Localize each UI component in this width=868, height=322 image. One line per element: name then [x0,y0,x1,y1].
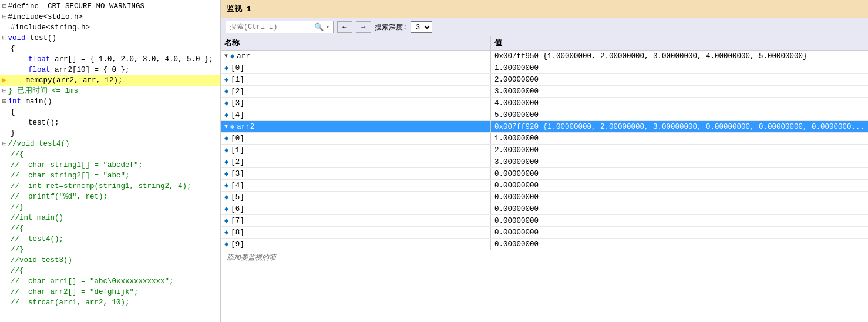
watch-row[interactable]: ◆ [3] 0.00000000 [221,168,868,180]
watch-row[interactable]: ◆ [2] 3.00000000 [221,156,868,168]
variable-icon: ◆ [224,193,228,202]
code-text: // int ret=strncmp(string1, string2, 4); [11,181,191,192]
variable-icon: ◆ [224,87,228,96]
search-input[interactable] [230,23,312,31]
add-watch-label: 添加要监视的项 [227,254,276,262]
watch-row[interactable]: ◆ [7] 0.00000000 [221,215,868,227]
code-text: // strcat(arr1, arr2, 10); [11,297,130,308]
code-text: // char string2[] = "abc"; [11,170,130,181]
watch-row-value: 3.00000000 [491,86,868,97]
variable-icon: ◆ [224,181,228,190]
expand-icon[interactable]: ⊟ [2,96,7,107]
expand-icon[interactable]: ⊟ [2,12,7,22]
watch-table-header: 名称 值 [221,36,868,51]
watch-row-name: ◆ [2] [221,156,491,167]
variable-name: [5] [231,193,244,202]
code-line: { [0,43,220,54]
variable-icon: ◆ [224,204,228,213]
code-text: test() [26,33,57,43]
expand-arrow-icon[interactable]: ▼ [224,123,228,130]
watch-row[interactable]: ◆ [1] 2.00000000 [221,74,868,86]
code-panel: ⊟ #define _CRT_SECURE_NO_WARNINGS ⊟ #inc… [0,0,221,322]
code-line: float arr[] = { 1.0, 2.0, 3.0, 4.0, 5.0 … [0,54,220,65]
watch-row[interactable]: ◆ [4] 5.00000000 [221,109,868,121]
watch-row[interactable]: ◆ [3] 4.00000000 [221,98,868,109]
code-text: float arr2[10] = { 0 }; [11,65,130,75]
watch-row-name: ▼ ◆ arr2 [221,121,491,132]
code-line: #include<string.h> [0,22,220,33]
watch-toolbar: 🔍 ▾ ← → 搜索深度: 1 2 3 4 5 [221,18,868,36]
code-text: //void test4() [8,139,70,149]
watch-row-name: ◆ [4] [221,180,491,191]
expand-icon[interactable]: ⊟ [2,33,7,43]
code-line: //int main() [0,213,220,223]
watch-row[interactable]: ◆ [8] 0.00000000 [221,227,868,239]
search-forward-button[interactable]: → [356,21,371,33]
code-line: float arr2[10] = { 0 }; [0,65,220,75]
variable-icon: ◆ [224,240,228,249]
variable-name: [2] [231,158,244,166]
code-text: int [8,96,22,107]
code-text: //{ [11,266,24,276]
watch-row[interactable]: ▼ ◆ arr 0x007ff950 {1.00000000, 2.000000… [221,51,868,62]
search-back-button[interactable]: ← [337,21,352,33]
code-line: //} [0,202,220,213]
code-line: ⊟ void test() [0,33,220,43]
watch-row[interactable]: ◆ [0] 1.00000000 [221,62,868,74]
code-text: // test4(); [11,234,63,244]
watch-row-name: ◆ [4] [221,109,491,120]
expand-icon[interactable]: ⊟ [2,86,7,96]
search-dropdown-icon[interactable]: ▾ [326,24,329,31]
code-text: //{ [11,223,24,234]
code-text: //} [11,202,24,213]
watch-row-name: ▼ ◆ arr [221,51,491,62]
watch-row[interactable]: ◆ [6] 0.00000000 [221,203,868,215]
variable-name: [4] [231,182,244,190]
watch-row[interactable]: ◆ [1] 2.00000000 [221,145,868,156]
watch-row[interactable]: ◆ [5] 0.00000000 [221,192,868,203]
watch-row-value: 0x007ff920 {1.00000000, 2.00000000, 3.00… [491,122,868,132]
watch-row-value: 2.00000000 [491,145,868,156]
watch-row-name: ◆ [8] [221,227,491,238]
variable-name: [3] [231,99,244,108]
code-line: ⊟ } 已用时间 <= 1ms [0,86,220,96]
code-text: //int main() [11,213,63,223]
expand-icon[interactable]: ⊟ [2,139,7,149]
watch-row-value: 1.00000000 [491,133,868,144]
watch-row-selected[interactable]: ▼ ◆ arr2 0x007ff920 {1.00000000, 2.00000… [221,121,868,133]
expand-arrow-icon[interactable]: ▼ [224,53,228,59]
watch-row-value: 2.00000000 [491,75,868,85]
add-watch-row[interactable]: 添加要监视的项 [221,250,868,265]
code-line: // test4(); [0,234,220,244]
watch-row[interactable]: ◆ [4] 0.00000000 [221,180,868,192]
code-line: // char arr1[] = "abc\0xxxxxxxxxxx"; [0,276,220,287]
code-line: // int ret=strncmp(string1, string2, 4); [0,181,220,192]
watch-row-value: 0.00000000 [491,192,868,203]
watch-row-name: ◆ [6] [221,203,491,214]
code-text: // char string1[] = "abcdef"; [11,160,143,170]
search-icon: 🔍 [314,22,324,32]
watch-row[interactable]: ◆ [2] 3.00000000 [221,86,868,98]
code-text: } 已用时间 <= 1ms [8,86,79,96]
expand-icon[interactable]: ⊟ [2,1,7,12]
search-box[interactable]: 🔍 ▾ [226,21,334,33]
watch-row-value: 0.00000000 [491,239,868,250]
watch-row-value: 0x007ff950 {1.00000000, 2.00000000, 3.00… [491,51,868,62]
variable-icon: ◆ [224,169,228,178]
variable-icon: ◆ [230,122,234,131]
code-text: // char arr2[] = "defghijk"; [11,287,139,297]
watch-row[interactable]: ◆ [0] 1.00000000 [221,133,868,145]
depth-select[interactable]: 1 2 3 4 5 [411,21,432,33]
code-text: //{ [11,149,24,160]
code-text: #include<string.h> [11,22,90,33]
variable-name: [3] [231,170,244,178]
code-line: // strcat(arr1, arr2, 10); [0,297,220,308]
code-text: memcpy(arr2, arr, 12); [8,75,123,86]
watch-row[interactable]: ◆ [9] 0.00000000 [221,239,868,250]
code-line: //} [0,244,220,255]
code-line: //{ [0,266,220,276]
code-line: } [0,128,220,139]
watch-row-value: 4.00000000 [491,98,868,109]
header-name-col: 名称 [221,36,491,50]
watch-row-name: ◆ [5] [221,192,491,203]
